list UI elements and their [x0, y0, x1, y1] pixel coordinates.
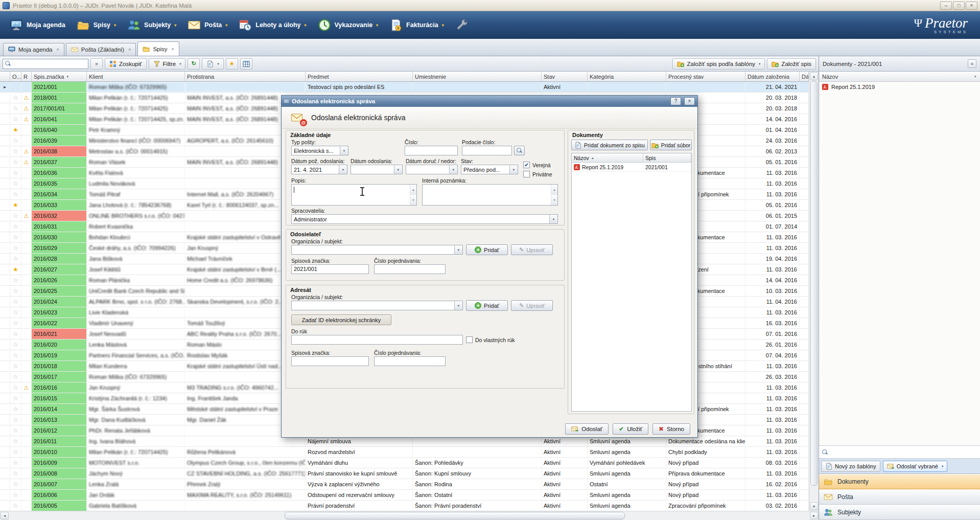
cancel-button[interactable]: ✖ Storno: [652, 423, 690, 435]
favorite-star-icon[interactable]: ☆: [10, 135, 21, 146]
create-spis-from-template-button[interactable]: Založiť spis podľa šablóny ▾: [672, 58, 765, 70]
podacie-cislo-input[interactable]: [462, 146, 512, 155]
dialog-titlebar[interactable]: ✉ Odoslaná elektronická správa ? ×: [282, 96, 697, 107]
row-expander[interactable]: [0, 135, 10, 146]
privatne-checkbox[interactable]: Privátne: [523, 171, 552, 177]
column-header-kateg-ria[interactable]: Kategória: [588, 72, 666, 81]
table-row[interactable]: ☆2016/005Gabriela BatíškováPrávní porade…: [0, 501, 809, 511]
favorite-star-icon[interactable]: ☆: [10, 404, 21, 414]
favorite-star-icon[interactable]: [10, 82, 21, 92]
row-expander[interactable]: [0, 200, 10, 210]
row-expander[interactable]: [0, 264, 10, 275]
refresh-button[interactable]: ↻: [188, 58, 200, 70]
table-row[interactable]: ☆2016/007Lenka ZraláPřemek ZralýVýzva k …: [0, 479, 809, 490]
add-document-from-spis-button[interactable]: Pridať dokument zo spisu: [571, 140, 648, 150]
menu-moja-agenda[interactable]: Moja agenda: [4, 14, 71, 36]
row-expander[interactable]: [0, 436, 10, 446]
favorite-star-icon[interactable]: ★: [10, 264, 21, 275]
row-expander[interactable]: [0, 275, 10, 285]
column-header-o[interactable]: O...: [10, 72, 21, 81]
tab-close-icon[interactable]: ×: [128, 47, 131, 52]
sidebar-item-po-ta[interactable]: Pošta: [819, 489, 980, 505]
sidebar-item-subjekty[interactable]: Subjekty: [819, 505, 980, 520]
favorite-star-icon[interactable]: ☆: [10, 501, 21, 511]
document-list-item[interactable]: Report 25.1.2019: [819, 82, 980, 92]
collapse-panel-button[interactable]: «: [968, 59, 976, 68]
favorite-star-icon[interactable]: ☆: [10, 318, 21, 328]
favorite-star-icon[interactable]: ☆: [10, 211, 21, 221]
odosielatel-pridat-button[interactable]: + Pridať: [466, 244, 508, 255]
stav-select[interactable]: Předáno pod... ▾: [461, 165, 518, 174]
menu-faktur-cia[interactable]: Fakturácia▾: [384, 14, 450, 36]
favorites-button[interactable]: ★: [226, 58, 238, 70]
row-expander[interactable]: [0, 329, 10, 339]
favorite-star-icon[interactable]: ☆: [10, 189, 21, 199]
row-expander[interactable]: [0, 168, 10, 178]
menu-lehoty-a-lohy[interactable]: Lehoty a úlohy▾: [233, 14, 312, 36]
close-button[interactable]: ×: [966, 2, 977, 10]
row-expander[interactable]: [0, 93, 10, 103]
favorite-star-icon[interactable]: ☆: [10, 393, 21, 403]
row-expander[interactable]: [0, 458, 10, 468]
window-titlebar[interactable]: Praetor II (debug 1.0.0.0) – JUDr. Pavel…: [0, 0, 980, 11]
favorite-star-icon[interactable]: ☆: [10, 490, 21, 500]
favorite-star-icon[interactable]: ☆: [10, 254, 21, 264]
cislo-input[interactable]: [405, 146, 458, 155]
table-horizontal-scrollbar[interactable]: ◂ ▸: [0, 511, 819, 520]
row-expander[interactable]: [0, 221, 10, 232]
scroll-right-arrow[interactable]: ▸: [810, 512, 818, 519]
row-expander[interactable]: [0, 243, 10, 253]
favorite-star-icon[interactable]: ☆: [10, 425, 21, 436]
new-from-template-button[interactable]: Nový zo šablóny: [821, 461, 880, 472]
table-view-button[interactable]: [240, 58, 252, 70]
datum-doruc-select[interactable]: ▾: [406, 165, 458, 174]
row-expander[interactable]: [0, 350, 10, 360]
zadat-id-schranky-button[interactable]: Zadať ID elektronickej schránky: [291, 314, 391, 325]
interna-poznamka-textarea[interactable]: ▲▼: [422, 184, 558, 206]
row-expander[interactable]: [0, 415, 10, 425]
row-expander[interactable]: [0, 146, 10, 156]
group-button[interactable]: Zoskupiť: [105, 58, 147, 70]
row-expander[interactable]: [0, 361, 10, 371]
column-header-stav[interactable]: Stav: [542, 72, 588, 81]
row-expander[interactable]: ▸: [0, 82, 10, 92]
favorite-star-icon[interactable]: ★: [10, 200, 21, 210]
column-header-spis-zna-ka[interactable]: Spis.značka▼: [32, 72, 87, 81]
favorite-star-icon[interactable]: ☆: [10, 415, 21, 425]
favorite-star-icon[interactable]: ☆: [10, 221, 21, 232]
odosielatel-spisova-znacka-input[interactable]: 2021/001: [291, 264, 369, 274]
export-button[interactable]: ▾: [202, 58, 223, 70]
adresat-pridat-button[interactable]: + Pridať: [466, 300, 508, 311]
favorite-star-icon[interactable]: ☆: [10, 307, 21, 318]
favorite-star-icon[interactable]: ☆: [10, 297, 21, 307]
do-ruk-input[interactable]: [291, 335, 463, 345]
dialog-close-button[interactable]: ×: [684, 97, 695, 105]
tab-spisy[interactable]: Spisy×: [137, 41, 179, 56]
row-expander[interactable]: [0, 382, 10, 393]
toolbar-wrench-button[interactable]: [450, 14, 474, 36]
favorite-star-icon[interactable]: ☆: [10, 275, 21, 285]
row-expander[interactable]: [0, 103, 10, 114]
row-expander[interactable]: [0, 254, 10, 264]
favorite-star-icon[interactable]: ☆: [10, 146, 21, 156]
menu-spisy[interactable]: Spisy▾: [71, 14, 122, 36]
favorite-star-icon[interactable]: ☆: [10, 168, 21, 178]
document-row[interactable]: Report 25.1.20192021/001: [572, 163, 691, 172]
favorite-star-icon[interactable]: ☆: [10, 340, 21, 350]
save-button[interactable]: ✔ Uložiť: [613, 423, 648, 435]
favorite-star-icon[interactable]: ☆: [10, 382, 21, 393]
column-header-predmet[interactable]: Predmet: [306, 72, 413, 81]
favorite-star-icon[interactable]: ☆: [10, 361, 21, 371]
tab-close-icon[interactable]: ×: [172, 47, 174, 52]
table-row[interactable]: ☆2016/009MOTOINVEST s.r.o.Olympus Czech …: [0, 458, 809, 468]
row-expander[interactable]: [0, 232, 10, 242]
create-spis-button[interactable]: Založiť spis: [767, 58, 816, 70]
tab-moja-agenda[interactable]: Moja agenda×: [3, 43, 64, 56]
row-expander[interactable]: [0, 372, 10, 382]
spin-buttons[interactable]: ▲▼: [551, 185, 557, 205]
favorite-star-icon[interactable]: ☆: [10, 372, 21, 382]
search-input[interactable]: [3, 59, 88, 69]
row-expander[interactable]: [0, 468, 10, 479]
row-expander[interactable]: [0, 447, 10, 457]
favorite-star-icon[interactable]: ☆: [10, 114, 21, 124]
